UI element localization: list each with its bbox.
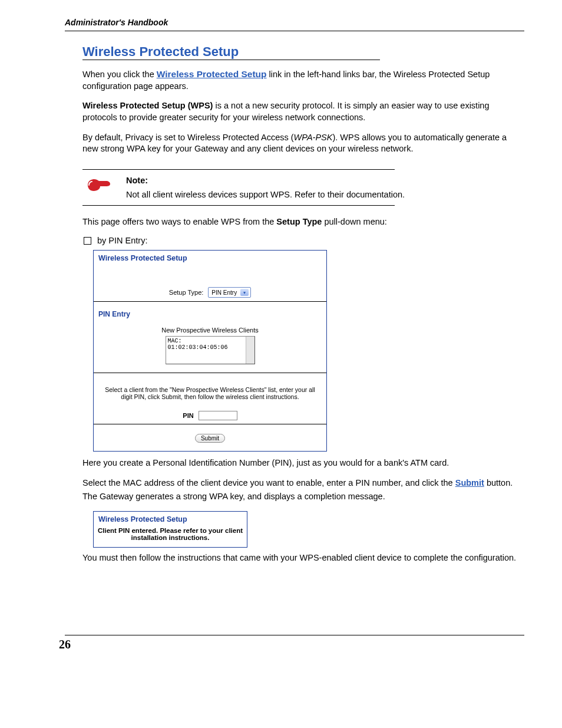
- panel2-title: Wireless Protected Setup: [94, 512, 247, 525]
- submit-button[interactable]: Submit: [195, 434, 225, 443]
- pin-instruction-text: Select a client from the "New Prospectiv…: [104, 386, 316, 400]
- intro-paragraph-3: By default, Privacy is set to Wireless P…: [82, 132, 524, 155]
- note-body: Not all client wireless devices support …: [126, 190, 524, 199]
- list-item[interactable]: MAC: 01:02:03:04:05:06: [168, 338, 244, 351]
- intro-paragraph-1: When you click the Wireless Protected Se…: [82, 68, 524, 92]
- pin-label: PIN: [183, 412, 193, 419]
- pin-entry-heading: PIN Entry: [98, 310, 322, 318]
- note-block: Note: Not all client wireless devices su…: [82, 169, 524, 206]
- wps-panel-confirmation: Wireless Protected Setup Client PIN ente…: [93, 511, 247, 548]
- clients-listbox[interactable]: MAC: 01:02:03:04:05:06: [166, 336, 255, 364]
- wps-panel-pin-entry: Wireless Protected Setup Setup Type: PIN…: [93, 250, 327, 452]
- pin-input[interactable]: [199, 411, 237, 420]
- page-footer: 26: [65, 635, 524, 651]
- checkbox-icon: [84, 237, 91, 245]
- after-note-paragraph: This page offers two ways to enable WPS …: [82, 216, 524, 228]
- top-rule: [65, 31, 524, 31]
- after-panel-p3: The Gateway generates a strong WPA key, …: [82, 491, 524, 503]
- setup-type-label: Setup Type:: [169, 289, 204, 296]
- note-label: Note:: [126, 176, 524, 185]
- panel-title: Wireless Protected Setup: [94, 251, 326, 263]
- chevron-down-icon: ▾: [240, 289, 249, 296]
- page-number: 26: [59, 638, 524, 651]
- after-panel-p2: Select the MAC address of the client dev…: [82, 477, 524, 489]
- section-title: Wireless Protected Setup: [82, 44, 380, 60]
- panel2-message: Client PIN entered. Please refer to your…: [94, 525, 247, 547]
- closing-paragraph: You must then follow the instructions th…: [82, 552, 524, 564]
- setup-type-dropdown[interactable]: PIN Entry ▾: [208, 287, 251, 298]
- running-head: Administrator's Handbook: [65, 18, 524, 27]
- intro-paragraph-2: Wireless Protected Setup (WPS) is a not …: [82, 100, 524, 123]
- scrollbar[interactable]: [246, 337, 254, 364]
- bullet-pin-entry: by PIN Entry:: [82, 236, 524, 245]
- after-panel-p1: Here you create a Personal Identificatio…: [82, 457, 524, 469]
- submit-link[interactable]: Submit: [455, 478, 484, 487]
- pointing-hand-icon: [86, 177, 112, 193]
- clients-heading: New Prospective Wireless Clients: [98, 327, 322, 334]
- wps-link[interactable]: Wireless Protected Setup: [157, 69, 267, 79]
